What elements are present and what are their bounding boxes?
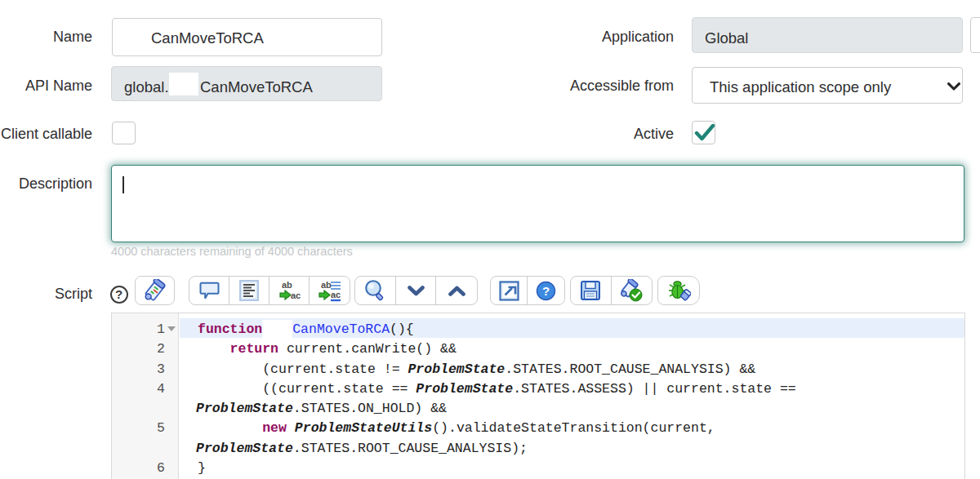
svg-text:ac: ac: [331, 290, 341, 299]
svg-text:ab: ab: [321, 280, 332, 290]
svg-text:ac: ac: [291, 291, 301, 300]
svg-text:ab: ab: [282, 280, 292, 290]
svg-text:?: ?: [542, 284, 550, 298]
